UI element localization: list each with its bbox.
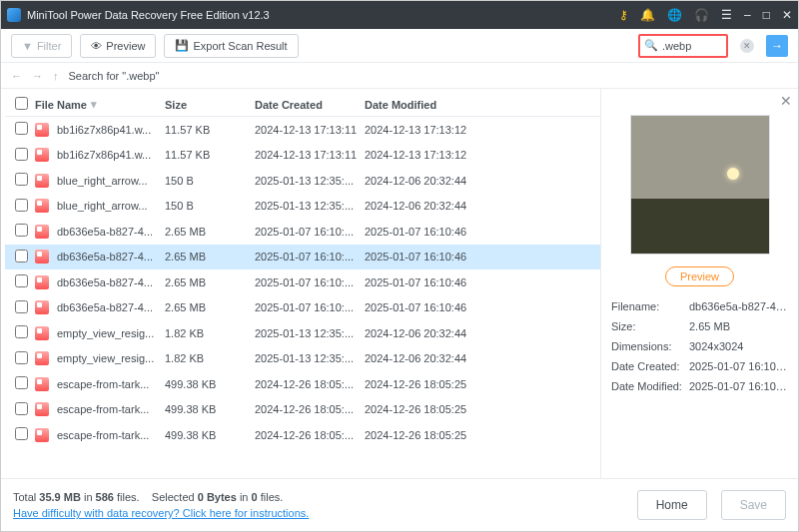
table-row[interactable]: blue_right_arrow...150 B2025-01-13 12:35… bbox=[5, 168, 600, 194]
table-row[interactable]: bb1i6z7x86p41.w...11.57 KB2024-12-13 17:… bbox=[5, 117, 600, 143]
row-checkbox[interactable] bbox=[15, 250, 28, 263]
row-checkbox[interactable] bbox=[15, 199, 28, 212]
file-icon bbox=[35, 300, 49, 314]
bell-icon[interactable]: 🔔 bbox=[640, 8, 655, 22]
toolbar: ▼Filter 👁Preview 💾Export Scan Result 🔍 ✕… bbox=[1, 29, 798, 63]
row-checkbox[interactable] bbox=[15, 274, 28, 287]
file-date-created: 2024-12-26 18:05:... bbox=[255, 378, 365, 390]
file-date-modified: 2024-12-06 20:32:44 bbox=[365, 175, 600, 187]
table-row[interactable]: empty_view_resig...1.82 KB2025-01-13 12:… bbox=[5, 346, 600, 372]
file-name: db636e5a-b827-4... bbox=[57, 226, 153, 238]
minimize-icon[interactable]: – bbox=[744, 8, 751, 22]
row-checkbox[interactable] bbox=[15, 173, 28, 186]
preview-thumbnail bbox=[630, 115, 770, 255]
sort-icon: ▾ bbox=[91, 98, 97, 111]
nav-up-icon[interactable]: ↑ bbox=[53, 70, 59, 82]
maximize-icon[interactable]: □ bbox=[763, 8, 770, 22]
save-button[interactable]: Save bbox=[721, 490, 786, 520]
row-checkbox[interactable] bbox=[15, 325, 28, 338]
search-box[interactable]: 🔍 bbox=[638, 34, 728, 58]
file-size: 1.82 KB bbox=[165, 327, 255, 339]
header-date-created[interactable]: Date Created bbox=[255, 99, 365, 111]
table-row[interactable]: empty_view_resig...1.82 KB2025-01-13 12:… bbox=[5, 320, 600, 346]
key-icon[interactable]: ⚷ bbox=[619, 8, 628, 22]
file-date-created: 2024-12-13 17:13:11 bbox=[255, 124, 365, 136]
table-row[interactable]: escape-from-tark...499.38 KB2024-12-26 1… bbox=[5, 371, 600, 397]
table-row[interactable]: db636e5a-b827-4...2.65 MB2025-01-07 16:1… bbox=[5, 269, 600, 295]
row-checkbox[interactable] bbox=[15, 376, 28, 389]
help-link[interactable]: Have difficulty with data recovery? Clic… bbox=[13, 507, 309, 519]
column-headers: File Name▾ Size Date Created Date Modifi… bbox=[5, 93, 600, 117]
file-size: 2.65 MB bbox=[165, 276, 255, 288]
meta-dim: 3024x3024 bbox=[689, 336, 788, 356]
file-date-created: 2025-01-07 16:10:... bbox=[255, 226, 365, 238]
meta-dm: 2025-01-07 16:10:46 bbox=[689, 376, 788, 396]
search-icon: 🔍 bbox=[644, 39, 658, 52]
file-icon bbox=[35, 225, 49, 239]
file-rows[interactable]: bb1i6z7x86p41.w...11.57 KB2024-12-13 17:… bbox=[5, 117, 600, 478]
header-date-modified[interactable]: Date Modified bbox=[365, 99, 600, 111]
file-date-modified: 2024-12-13 17:13:12 bbox=[365, 149, 600, 161]
file-date-created: 2025-01-07 16:10:... bbox=[255, 301, 365, 313]
export-button[interactable]: 💾Export Scan Result bbox=[164, 34, 298, 58]
file-date-created: 2025-01-13 12:35:... bbox=[255, 175, 365, 187]
file-date-created: 2024-12-13 17:13:11 bbox=[255, 149, 365, 161]
table-row[interactable]: db636e5a-b827-4...2.65 MB2025-01-07 16:1… bbox=[5, 295, 600, 321]
file-icon bbox=[35, 123, 49, 137]
file-date-modified: 2024-12-26 18:05:25 bbox=[365, 429, 600, 441]
file-name: bb1i6z7x86p41.w... bbox=[57, 124, 151, 136]
file-icon bbox=[35, 351, 49, 365]
file-name: escape-from-tark... bbox=[57, 429, 149, 441]
preview-button[interactable]: 👁Preview bbox=[80, 34, 156, 58]
file-size: 2.65 MB bbox=[165, 226, 255, 238]
nav-back-icon[interactable]: ← bbox=[11, 70, 22, 82]
search-input[interactable] bbox=[662, 40, 722, 52]
meta-filename: db636e5a-b827-41e8-8 bbox=[689, 296, 788, 316]
globe-icon[interactable]: 🌐 bbox=[667, 8, 682, 22]
row-checkbox[interactable] bbox=[15, 351, 28, 364]
breadcrumb-path: Search for ".webp" bbox=[69, 70, 160, 82]
open-preview-button[interactable]: Preview bbox=[665, 266, 734, 286]
table-row[interactable]: escape-from-tark...499.38 KB2024-12-26 1… bbox=[5, 397, 600, 423]
file-date-modified: 2024-12-06 20:32:44 bbox=[365, 352, 600, 364]
file-icon bbox=[35, 402, 49, 416]
file-date-modified: 2025-01-07 16:10:46 bbox=[365, 301, 600, 313]
table-row[interactable]: blue_right_arrow...150 B2025-01-13 12:35… bbox=[5, 194, 600, 220]
file-icon bbox=[35, 199, 49, 213]
statusbar: Total 35.9 MB in 586 files. Selected 0 B… bbox=[1, 479, 798, 531]
table-row[interactable]: db636e5a-b827-4...2.65 MB2025-01-07 16:1… bbox=[5, 219, 600, 245]
meta-filename-label: Filename: bbox=[611, 296, 689, 316]
file-date-created: 2025-01-13 12:35:... bbox=[255, 352, 365, 364]
preview-close-icon[interactable]: ✕ bbox=[780, 93, 792, 109]
home-button[interactable]: Home bbox=[637, 490, 707, 520]
file-name: bb1i6z7x86p41.w... bbox=[57, 149, 151, 161]
file-icon bbox=[35, 377, 49, 391]
table-row[interactable]: db636e5a-b827-4...2.65 MB2025-01-07 16:1… bbox=[5, 245, 600, 270]
search-go-button[interactable]: → bbox=[766, 35, 788, 57]
table-row[interactable]: bb1i6z7x86p41.w...11.57 KB2024-12-13 17:… bbox=[5, 143, 600, 169]
headset-icon[interactable]: 🎧 bbox=[694, 8, 709, 22]
clear-search-icon[interactable]: ✕ bbox=[740, 39, 754, 53]
row-checkbox[interactable] bbox=[15, 148, 28, 161]
meta-dc: 2025-01-07 16:10:27 bbox=[689, 356, 788, 376]
menu-icon[interactable]: ☰ bbox=[721, 8, 732, 22]
header-name[interactable]: File Name▾ bbox=[35, 98, 165, 111]
file-size: 11.57 KB bbox=[165, 124, 255, 136]
row-checkbox[interactable] bbox=[15, 427, 28, 440]
file-date-modified: 2025-01-07 16:10:46 bbox=[365, 251, 600, 263]
select-all-checkbox[interactable] bbox=[15, 97, 28, 110]
file-name: db636e5a-b827-4... bbox=[57, 276, 153, 288]
eye-icon: 👁 bbox=[91, 40, 102, 52]
preview-pane: ✕ Preview Filename:db636e5a-b827-41e8-8 … bbox=[600, 89, 798, 478]
row-checkbox[interactable] bbox=[15, 122, 28, 135]
nav-forward-icon[interactable]: → bbox=[32, 70, 43, 82]
close-icon[interactable]: ✕ bbox=[782, 8, 792, 22]
row-checkbox[interactable] bbox=[15, 300, 28, 313]
row-checkbox[interactable] bbox=[15, 402, 28, 415]
file-date-modified: 2024-12-06 20:32:44 bbox=[365, 200, 600, 212]
filter-button[interactable]: ▼Filter bbox=[11, 34, 72, 58]
table-row[interactable]: escape-from-tark...499.38 KB2024-12-26 1… bbox=[5, 422, 600, 448]
file-name: empty_view_resig... bbox=[57, 352, 154, 364]
header-size[interactable]: Size bbox=[165, 99, 255, 111]
row-checkbox[interactable] bbox=[15, 224, 28, 237]
